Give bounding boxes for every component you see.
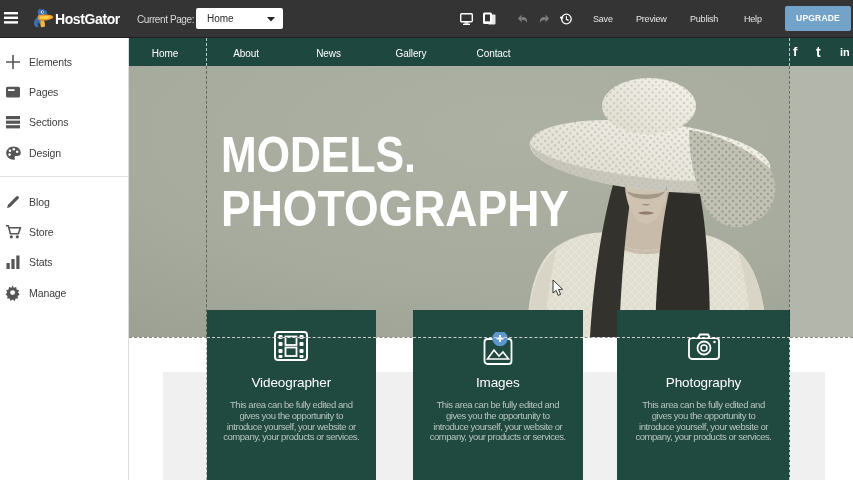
svg-text:MODELS.: MODELS. — [221, 127, 416, 183]
svg-text:PHOTOGRAPHY: PHOTOGRAPHY — [221, 181, 569, 237]
